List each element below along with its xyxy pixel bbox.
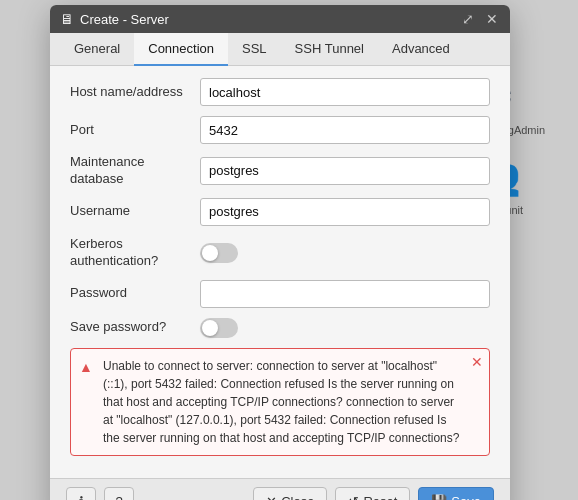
tab-bar: General Connection SSL SSH Tunnel Advanc… — [50, 33, 510, 66]
save-button[interactable]: 💾 Save — [418, 487, 494, 500]
maintenance-db-label: Maintenance database — [70, 154, 200, 188]
server-icon: 🖥 — [60, 11, 74, 27]
help-icon: ? — [115, 494, 122, 500]
tab-ssh-tunnel[interactable]: SSH Tunnel — [281, 33, 378, 66]
username-label: Username — [70, 203, 200, 220]
modal-overlay: 🖥 Create - Server ⤢ ✕ General Connection… — [0, 0, 578, 500]
toggle-knob — [202, 245, 218, 261]
error-message: Unable to connect to server: connection … — [103, 359, 459, 445]
save-icon: 💾 — [431, 494, 447, 500]
create-server-dialog: 🖥 Create - Server ⤢ ✕ General Connection… — [50, 5, 510, 500]
tab-ssl[interactable]: SSL — [228, 33, 281, 66]
password-row: Password — [70, 280, 490, 308]
tab-connection[interactable]: Connection — [134, 33, 228, 66]
hostname-row: Host name/address — [70, 78, 490, 106]
dialog-close-button[interactable]: ✕ — [484, 11, 500, 27]
maintenance-db-input[interactable] — [200, 157, 490, 185]
password-input[interactable] — [200, 280, 490, 308]
reset-icon: ↺ — [348, 494, 359, 500]
username-row: Username — [70, 198, 490, 226]
form-body: Host name/address Port Maintenance datab… — [50, 66, 510, 478]
tab-general[interactable]: General — [60, 33, 134, 66]
footer-left-buttons: ℹ ? — [66, 487, 134, 500]
error-close-button[interactable]: ✕ — [471, 355, 483, 369]
info-icon: ℹ — [79, 494, 84, 500]
port-row: Port — [70, 116, 490, 144]
password-label: Password — [70, 285, 200, 302]
dialog-footer: ℹ ? ✕ Close ↺ Reset 💾 Save — [50, 478, 510, 500]
tab-advanced[interactable]: Advanced — [378, 33, 464, 66]
reset-label: Reset — [363, 494, 397, 500]
save-label: Save — [451, 494, 481, 500]
save-password-toggle[interactable] — [200, 318, 238, 338]
port-input[interactable] — [200, 116, 490, 144]
save-password-label: Save password? — [70, 319, 200, 336]
kerberos-toggle[interactable] — [200, 243, 238, 263]
close-button[interactable]: ✕ Close — [253, 487, 327, 500]
expand-button[interactable]: ⤢ — [460, 11, 476, 27]
help-button[interactable]: ? — [104, 487, 134, 500]
save-password-row: Save password? — [70, 318, 490, 338]
footer-right-buttons: ✕ Close ↺ Reset 💾 Save — [253, 487, 494, 500]
kerberos-label: Kerberos authentication? — [70, 236, 200, 270]
reset-button[interactable]: ↺ Reset — [335, 487, 410, 500]
port-label: Port — [70, 122, 200, 139]
kerberos-row: Kerberos authentication? — [70, 236, 490, 270]
dialog-title: Create - Server — [80, 12, 169, 27]
save-password-toggle-knob — [202, 320, 218, 336]
info-button[interactable]: ℹ — [66, 487, 96, 500]
error-warning-icon: ▲ — [79, 357, 93, 378]
hostname-input[interactable] — [200, 78, 490, 106]
username-input[interactable] — [200, 198, 490, 226]
maintenance-db-row: Maintenance database — [70, 154, 490, 188]
hostname-label: Host name/address — [70, 84, 200, 101]
close-label: Close — [281, 494, 314, 500]
title-bar-buttons: ⤢ ✕ — [460, 11, 500, 27]
close-icon: ✕ — [266, 494, 277, 500]
title-bar: 🖥 Create - Server ⤢ ✕ — [50, 5, 510, 33]
error-box: ▲ Unable to connect to server: connectio… — [70, 348, 490, 456]
